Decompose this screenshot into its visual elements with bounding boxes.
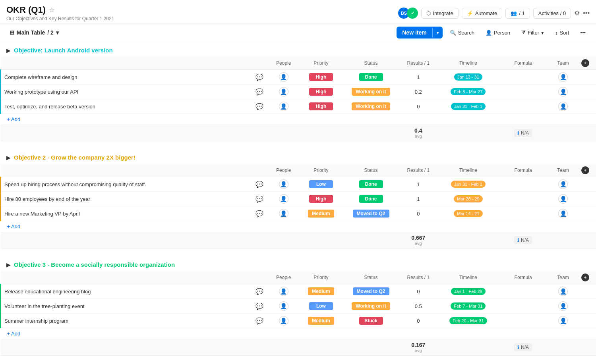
priority-cell[interactable]: Medium xyxy=(298,314,343,328)
person-action[interactable]: 👤 Person xyxy=(482,27,514,38)
timeline-cell[interactable]: Feb 7 - Mar 31 xyxy=(438,299,498,314)
row-name[interactable]: Hire a new Marketing VP by April xyxy=(1,206,251,221)
priority-cell[interactable]: High xyxy=(298,85,343,99)
team-cell[interactable]: 👤 xyxy=(548,299,578,314)
priority-cell[interactable]: High xyxy=(298,99,343,114)
status-cell[interactable]: Working on it xyxy=(343,85,398,99)
comment-icon[interactable]: 💬 xyxy=(255,303,263,310)
team-avatar[interactable]: 👤 xyxy=(558,301,568,311)
team-avatar[interactable]: 👤 xyxy=(558,102,568,111)
add-row-label[interactable]: + Add xyxy=(1,221,596,232)
comment-cell[interactable]: 💬 xyxy=(251,177,269,192)
comment-cell[interactable]: 💬 xyxy=(251,206,269,221)
team-avatar[interactable]: 👤 xyxy=(558,87,568,96)
obj2-title[interactable]: Objective 2 - Grow the company 2X bigger… xyxy=(14,154,135,161)
row-name[interactable]: Summer internship program xyxy=(1,314,251,328)
comment-cell[interactable]: 💬 xyxy=(251,299,269,314)
comment-cell[interactable]: 💬 xyxy=(251,70,269,85)
people-cell[interactable]: 👤 xyxy=(269,70,298,85)
add-col-icon-3[interactable]: + xyxy=(581,273,589,281)
results-cell[interactable]: 0 xyxy=(399,206,438,221)
status-cell[interactable]: Moved to Q2 xyxy=(343,206,398,221)
comment-cell[interactable]: 💬 xyxy=(251,284,269,299)
col-add-header-2[interactable]: + xyxy=(578,164,596,177)
people-cell[interactable]: 👤 xyxy=(269,299,298,314)
team-cell[interactable]: 👤 xyxy=(548,314,578,328)
results-cell[interactable]: 0.5 xyxy=(399,299,438,314)
sort-action[interactable]: ↕ Sort xyxy=(551,27,573,38)
team-avatar[interactable]: 👤 xyxy=(558,179,568,189)
team-cell[interactable]: 👤 xyxy=(548,284,578,299)
timeline-cell[interactable]: Jan 13 - 31 xyxy=(438,70,498,85)
row-name[interactable]: Working prototype using our API xyxy=(1,85,251,99)
people-cell[interactable]: 👤 xyxy=(269,85,298,99)
add-col-icon-2[interactable]: + xyxy=(581,166,589,174)
timeline-cell[interactable]: Feb 8 - Mar 27 xyxy=(438,85,498,99)
add-col-icon[interactable]: + xyxy=(581,59,589,67)
person-avatar[interactable]: 👤 xyxy=(279,316,288,325)
obj2-toggle-icon[interactable]: ▶ xyxy=(6,154,11,161)
person-avatar[interactable]: 👤 xyxy=(279,301,288,311)
add-row[interactable]: + Add xyxy=(1,328,596,339)
team-cell[interactable]: 👤 xyxy=(548,177,578,192)
star-icon[interactable]: ☆ xyxy=(49,6,54,14)
row-name[interactable]: Complete wireframe and design xyxy=(1,70,251,85)
obj3-title[interactable]: Objective 3 - Become a socially responsi… xyxy=(14,261,175,268)
comment-cell[interactable]: 💬 xyxy=(251,314,269,328)
comment-cell[interactable]: 💬 xyxy=(251,192,269,206)
status-cell[interactable]: Working on it xyxy=(343,299,398,314)
team-cell[interactable]: 👤 xyxy=(548,70,578,85)
integrate-button[interactable]: ⬡ Integrate xyxy=(421,8,458,19)
obj1-title[interactable]: Objective: Launch Android version xyxy=(14,47,113,54)
row-name[interactable]: Test, optimize, and release beta version xyxy=(1,99,251,114)
comment-icon[interactable]: 💬 xyxy=(255,89,263,95)
header-kebab-icon[interactable]: ••• xyxy=(583,10,590,17)
people-cell[interactable]: 👤 xyxy=(269,314,298,328)
timeline-cell[interactable]: Mar 14 - 21 xyxy=(438,206,498,221)
add-row-label[interactable]: + Add xyxy=(1,114,596,125)
status-cell[interactable]: Done xyxy=(343,192,398,206)
results-cell[interactable]: 0 xyxy=(399,314,438,328)
comment-cell[interactable]: 💬 xyxy=(251,85,269,99)
team-cell[interactable]: 👤 xyxy=(548,206,578,221)
automate-button[interactable]: ⚡ Automate xyxy=(462,8,503,19)
obj1-toggle-icon[interactable]: ▶ xyxy=(6,47,11,54)
timeline-cell[interactable]: Jan 31 - Feb 1 xyxy=(438,177,498,192)
header-more-icon[interactable]: ⚙ xyxy=(574,10,580,17)
person-avatar[interactable]: 👤 xyxy=(279,87,288,96)
timeline-cell[interactable]: Feb 20 - Mar 31 xyxy=(438,314,498,328)
person-avatar[interactable]: 👤 xyxy=(279,209,288,218)
timeline-cell[interactable]: Mar 28 - 29 xyxy=(438,192,498,206)
priority-cell[interactable]: Low xyxy=(298,299,343,314)
row-name[interactable]: Speed up hiring process without compromi… xyxy=(1,177,251,192)
comment-cell[interactable]: 💬 xyxy=(251,99,269,114)
priority-cell[interactable]: Medium xyxy=(298,284,343,299)
people-cell[interactable]: 👤 xyxy=(269,284,298,299)
team-avatar[interactable]: 👤 xyxy=(558,287,568,296)
team-avatar[interactable]: 👤 xyxy=(558,72,568,82)
results-cell[interactable]: 1 xyxy=(399,177,438,192)
comment-icon[interactable]: 💬 xyxy=(255,103,263,110)
people-cell[interactable]: 👤 xyxy=(269,99,298,114)
comment-icon[interactable]: 💬 xyxy=(255,196,263,202)
status-cell[interactable]: Done xyxy=(343,177,398,192)
person-avatar[interactable]: 👤 xyxy=(279,179,288,189)
new-item-dropdown-icon[interactable]: ▾ xyxy=(433,28,443,38)
obj3-toggle-icon[interactable]: ▶ xyxy=(6,262,11,268)
filter-action[interactable]: ⧩ Filter ▾ xyxy=(517,27,548,38)
people-cell[interactable]: 👤 xyxy=(269,192,298,206)
comment-icon[interactable]: 💬 xyxy=(255,210,263,217)
status-cell[interactable]: Moved to Q2 xyxy=(343,284,398,299)
toolbar-more-action[interactable]: ••• xyxy=(576,27,590,38)
people-button[interactable]: 👥 / 1 xyxy=(505,8,530,19)
priority-cell[interactable]: Low xyxy=(298,177,343,192)
add-row[interactable]: + Add xyxy=(1,114,596,125)
add-row-label[interactable]: + Add xyxy=(1,328,596,339)
row-name[interactable]: Volunteer in the tree-planting event xyxy=(1,299,251,314)
timeline-cell[interactable]: Jan 31 - Feb 1 xyxy=(438,99,498,114)
status-cell[interactable]: Working on it xyxy=(343,99,398,114)
people-cell[interactable]: 👤 xyxy=(269,206,298,221)
results-cell[interactable]: 0 xyxy=(399,284,438,299)
comment-icon[interactable]: 💬 xyxy=(255,318,263,324)
results-cell[interactable]: 0 xyxy=(399,99,438,114)
